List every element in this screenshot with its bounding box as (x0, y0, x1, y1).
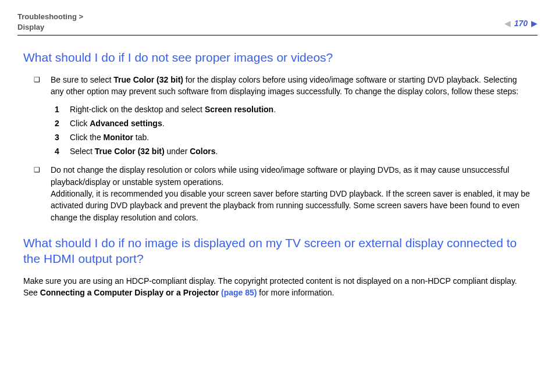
step-text: Click Advanced settings. (70, 117, 165, 131)
breadcrumb: Troubleshooting > Display (17, 12, 83, 33)
step-number: 3 (55, 131, 62, 145)
next-page-icon[interactable]: ▶ (531, 19, 538, 28)
question-2-heading: What should I do if no image is displaye… (23, 235, 532, 267)
bullet-icon: ❑ (34, 75, 40, 98)
page-number: 170 (514, 19, 528, 28)
bullet-text: Do not change the display resolution or … (51, 164, 532, 223)
step-text: Right-click on the desktop and select Sc… (70, 103, 276, 117)
header-rule (17, 35, 538, 35)
step-item: 1 Right-click on the desktop and select … (55, 103, 532, 117)
step-number: 1 (55, 103, 62, 117)
bullet-item: ❑ Be sure to select True Color (32 bit) … (23, 74, 532, 98)
breadcrumb-sub: Display (17, 22, 83, 33)
bullet-text: Be sure to select True Color (32 bit) fo… (51, 74, 532, 98)
page-link[interactable]: (page 85) (221, 288, 257, 297)
question-1-heading: What should I do if I do not see proper … (23, 49, 532, 65)
step-number: 4 (55, 145, 62, 159)
step-item: 3 Click the Monitor tab. (55, 131, 532, 145)
bullet-icon: ❑ (34, 165, 40, 223)
breadcrumb-top: Troubleshooting > (17, 12, 83, 22)
answer-paragraph: Make sure you are using an HDCP-complian… (23, 275, 532, 299)
steps-list: 1 Right-click on the desktop and select … (23, 103, 532, 158)
step-item: 2 Click Advanced settings. (55, 117, 532, 131)
step-number: 2 (55, 117, 62, 131)
prev-page-icon[interactable]: ◀ (504, 19, 511, 28)
page-nav: ◀ 170 ▶ (504, 19, 538, 28)
bullet-item: ❑ Do not change the display resolution o… (23, 164, 532, 223)
step-item: 4 Select True Color (32 bit) under Color… (55, 145, 532, 159)
step-text: Select True Color (32 bit) under Colors. (70, 145, 218, 159)
step-text: Click the Monitor tab. (70, 131, 149, 145)
